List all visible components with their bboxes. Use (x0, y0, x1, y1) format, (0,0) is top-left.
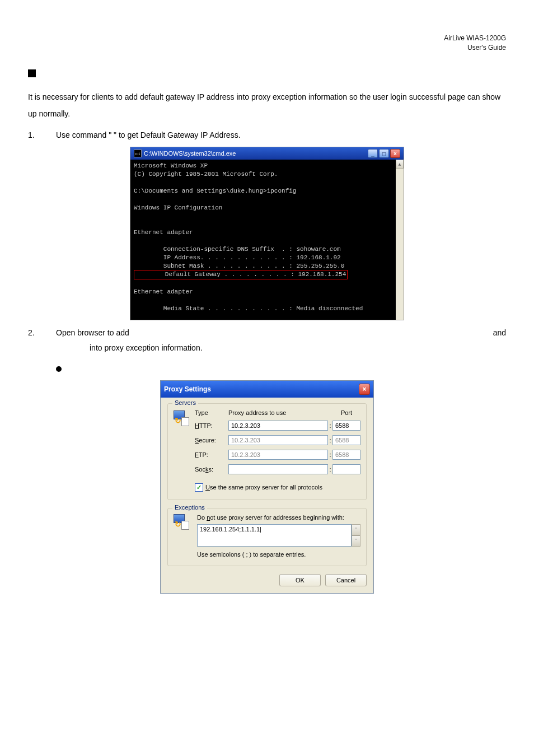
cmd-line: IP Address. . . . . . . . . . . . : 192.… (134, 254, 341, 261)
same-proxy-checkbox[interactable]: ✓ (195, 483, 203, 492)
exceptions-icon: ↻ (174, 514, 195, 558)
row-label-ftp: FTP: (195, 451, 228, 458)
cmd-scrollbar[interactable]: ▲ (396, 160, 404, 319)
cmd-output: Microsoft Windows XP (C) Copyright 1985-… (130, 160, 404, 319)
proxy-titlebar: Proxy Settings × (161, 381, 373, 398)
colon: : (328, 437, 332, 444)
step-2-text-mid: and (493, 326, 506, 340)
cmd-line: (C) Copyright 1985-2001 Microsoft Corp. (134, 171, 278, 178)
proxy-settings-dialog: Proxy Settings × Servers ↻ Type Proxy ad… (160, 380, 374, 594)
colon: : (328, 466, 332, 473)
secure-address-input (228, 435, 328, 445)
http-port-input[interactable] (332, 421, 360, 431)
step-2-text-post: into proxy exception information. (90, 343, 203, 352)
socks-address-input[interactable] (228, 464, 328, 474)
scroll-up-button[interactable]: ▲ (396, 160, 404, 169)
cmd-line: Microsoft Windows XP (134, 162, 208, 169)
same-proxy-label: Use the same proxy server for all protoc… (205, 484, 322, 491)
doc-header-line2: User's Guide (467, 44, 506, 52)
col-header-type: Type (195, 409, 228, 416)
colon: : (328, 422, 332, 429)
exceptions-legend: Exceptions (172, 504, 207, 511)
servers-fieldset: Servers ↻ Type Proxy address to use Port… (167, 403, 367, 500)
cmd-titlebar: c:\ C:\WINDOWS\system32\cmd.exe _ □ × (130, 147, 404, 160)
row-label-socks: Socks: (195, 466, 228, 473)
step-1-text-post: " to get Default Gateway IP Address. (114, 130, 241, 139)
col-header-port: Port (332, 409, 360, 416)
ftp-port-input (332, 450, 360, 460)
exceptions-textarea[interactable] (197, 524, 352, 547)
bullet-icon (56, 366, 62, 372)
ftp-address-input (228, 450, 328, 460)
cmd-line-highlight: Default Gateway . . . . . . . . . : 192.… (134, 270, 348, 279)
http-address-input[interactable] (228, 421, 328, 431)
section-marker-icon (28, 69, 36, 77)
step-2: 2. Open browser to add and (28, 326, 506, 340)
intro-paragraph: It is necessary for clients to add defau… (28, 88, 506, 123)
maximize-button[interactable]: □ (379, 149, 389, 158)
exceptions-note: Use semicolons ( ; ) to separate entries… (197, 551, 360, 558)
step-1-number: 1. (28, 128, 56, 142)
cmd-line: Media State . . . . . . . . . . . : Medi… (134, 305, 363, 312)
doc-header: AirLive WIAS-1200G User's Guide (28, 34, 506, 53)
cmd-line: Connection-specific DNS Suffix . : sohow… (134, 246, 341, 253)
minimize-button[interactable]: _ (368, 149, 378, 158)
step-2-number: 2. (28, 326, 56, 340)
exceptions-spinner[interactable]: ˄ ˅ (352, 524, 360, 547)
cmd-window: c:\ C:\WINDOWS\system32\cmd.exe _ □ × Mi… (130, 147, 404, 320)
cancel-button[interactable]: Cancel (325, 574, 367, 586)
cmd-line: C:\Documents and Settings\duke.hung>ipco… (134, 188, 296, 194)
spin-down-button[interactable]: ˅ (352, 535, 360, 547)
step-1-text-pre: Use command " (56, 130, 111, 139)
exceptions-fieldset: Exceptions ↻ Do not use proxy server for… (167, 508, 367, 566)
spin-up-button[interactable]: ˄ (352, 524, 360, 535)
doc-header-line1: AirLive WIAS-1200G (444, 34, 506, 42)
proxy-close-button[interactable]: × (359, 384, 370, 395)
row-label-secure: Secure: (195, 437, 228, 444)
cmd-line: Windows IP Configuration (134, 204, 222, 211)
exceptions-text: Do not use proxy server for addresses be… (197, 514, 360, 521)
row-label-http: HTTP: (195, 422, 228, 429)
cmd-icon: c:\ (134, 150, 142, 157)
col-header-address: Proxy address to use (228, 409, 328, 416)
proxy-title-text: Proxy Settings (164, 385, 211, 393)
step-2-text-pre: Open browser to add (56, 326, 129, 340)
cmd-title-text: C:\WINDOWS\system32\cmd.exe (144, 150, 236, 157)
close-button[interactable]: × (390, 149, 400, 158)
servers-icon: ↻ (174, 409, 195, 426)
cmd-line: Ethernet adapter (134, 288, 193, 295)
socks-port-input[interactable] (332, 464, 360, 474)
cmd-line: Subnet Mask . . . . . . . . . . . : 255.… (134, 263, 344, 269)
step-1: 1. Use command " " to get Default Gatewa… (28, 128, 506, 142)
sub-bullet (56, 366, 506, 372)
servers-legend: Servers (172, 399, 198, 406)
colon: : (328, 451, 332, 458)
cmd-line: Ethernet adapter (134, 229, 193, 236)
ok-button[interactable]: OK (279, 574, 321, 586)
secure-port-input (332, 435, 360, 445)
